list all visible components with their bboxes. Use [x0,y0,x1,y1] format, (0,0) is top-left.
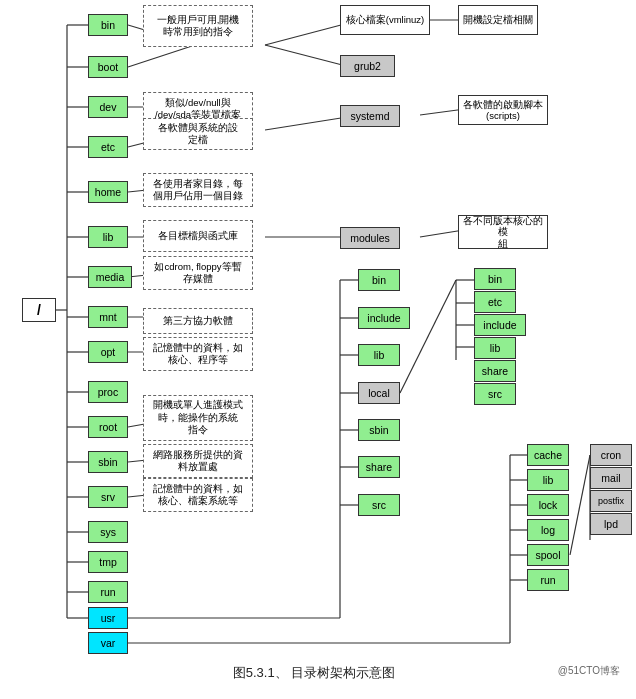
usr-sbin-node: sbin [358,419,400,441]
svg-line-47 [400,280,456,393]
usr-bin-node: bin [358,269,400,291]
local-include-node: include [474,314,526,336]
bin-node: bin [88,14,128,36]
local-src-node: src [474,383,516,405]
var-cache-node: cache [527,444,569,466]
annot-srv: 網路服務所提供的資料放置處 [143,444,253,478]
svg-line-20 [128,45,195,67]
srv-node: srv [88,486,128,508]
root-node: / [22,298,56,322]
modules-node: modules [340,227,400,249]
local-etc-node: etc [474,291,516,313]
usr-share-node: share [358,456,400,478]
var-node: var [88,632,128,654]
usr-node: usr [88,607,128,629]
lib-node: lib [88,226,128,248]
sbin-node: sbin [88,451,128,473]
annot-bin: 一般用戶可用,開機時常用到的指令 [143,5,253,47]
media-node: media [88,266,132,288]
proc-node: proc [88,381,128,403]
etc-node: etc [88,136,128,158]
diagram: / bin boot dev etc home lib media mnt op… [0,0,636,660]
diagram-caption: 图5.3.1、 目录树架构示意图 [130,660,497,684]
svg-line-61 [570,455,590,555]
local-lib-node: lib [474,337,516,359]
annot-proc: 記憶體中的資料，如核心、程序等 [143,337,253,371]
spool-cron-node: cron [590,444,632,466]
spool-lpd-node: lpd [590,513,632,535]
boot-node: boot [88,56,128,78]
run-node: run [88,581,128,603]
grub2-node: grub2 [340,55,395,77]
etc-scripts-node: 各軟體的啟動腳本(scripts) [458,95,548,125]
svg-line-22 [265,45,350,67]
local-share-node: share [474,360,516,382]
var-log-node: log [527,519,569,541]
dev-node: dev [88,96,128,118]
annot-lib: 各目標檔與函式庫 [143,220,253,252]
annot-etc: 各軟體與系統的設定檔 [143,118,253,150]
spool-postfix-node: postfix [590,490,632,512]
annot-opt: 第三方協力軟體 [143,308,253,334]
sys-node: sys [88,521,128,543]
var-lock-node: lock [527,494,569,516]
spool-mail-node: mail [590,467,632,489]
usr-lib-node: lib [358,344,400,366]
home-node: home [88,181,128,203]
usr-include-node: include [358,307,410,329]
annot-sbin: 開機或單人進護模式時，能操作的系統指令 [143,395,253,441]
annot-sys: 記憶體中的資料，如核心、檔案系統等 [143,478,253,512]
annot-home: 各使用者家目錄，每個用戶佔用一個目錄 [143,173,253,207]
mnt-node: mnt [88,306,128,328]
vmlinuz-node: 核心檔案(vmlinuz) [340,5,430,35]
root-dir-node: root [88,416,128,438]
watermark: @51CTO博客 [498,664,628,680]
usr-src-node: src [358,494,400,516]
boot-scripts-node: 開機設定檔相關 [458,5,538,35]
systemd-node: systemd [340,105,400,127]
local-bin-node: bin [474,268,516,290]
annot-media: 如cdrom, floppy等暫存媒體 [143,256,253,290]
var-spool-node: spool [527,544,569,566]
opt-node: opt [88,341,128,363]
var-run-node: run [527,569,569,591]
usr-local-node: local [358,382,400,404]
tmp-node: tmp [88,551,128,573]
lib-kernel-node: 各不同版本核心的模組 [458,215,548,249]
var-lib-node: lib [527,469,569,491]
